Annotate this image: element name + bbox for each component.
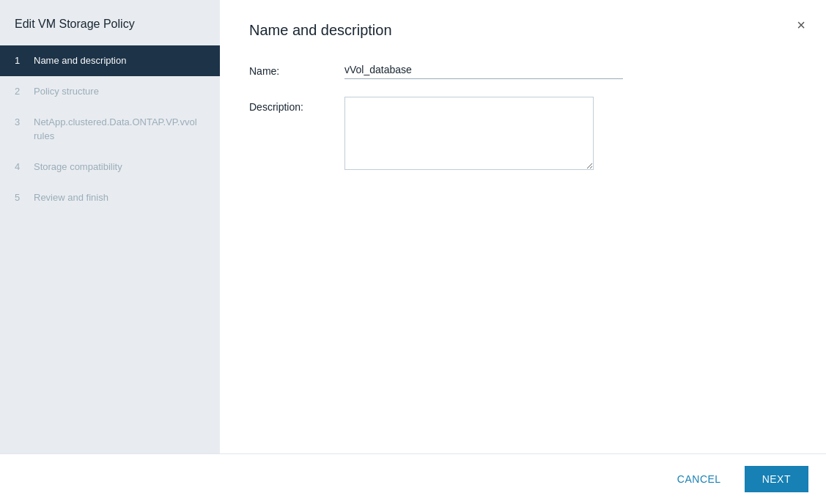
description-input-area xyxy=(344,97,623,173)
step-label-4: Storage compatibility xyxy=(34,160,122,174)
form-area: Name: Description: xyxy=(249,61,797,431)
next-button[interactable]: NEXT xyxy=(745,466,808,492)
sidebar-step-3[interactable]: 3 NetApp.clustered.Data.ONTAP.VP.vvol ru… xyxy=(0,107,220,151)
description-textarea[interactable] xyxy=(344,97,594,170)
description-row: Description: xyxy=(249,97,797,173)
step-number-2: 2 xyxy=(15,86,26,97)
sidebar-step-1[interactable]: 1 Name and description xyxy=(0,45,220,76)
name-input[interactable] xyxy=(344,61,623,79)
step-label-5: Review and finish xyxy=(34,191,108,204)
main-content: × Name and description Name: Description… xyxy=(220,0,826,453)
step-number-1: 1 xyxy=(15,55,26,66)
close-button[interactable]: × xyxy=(794,15,808,35)
dialog-body: Edit VM Storage Policy 1 Name and descri… xyxy=(0,0,826,453)
step-label-2: Policy structure xyxy=(34,85,99,98)
sidebar: Edit VM Storage Policy 1 Name and descri… xyxy=(0,0,220,453)
sidebar-step-4[interactable]: 4 Storage compatibility xyxy=(0,152,220,182)
section-title: Name and description xyxy=(249,22,797,39)
step-label-1: Name and description xyxy=(34,54,126,67)
dialog-footer: CANCEL NEXT xyxy=(0,453,826,504)
name-input-area xyxy=(344,61,623,79)
step-number-5: 5 xyxy=(15,192,26,203)
description-label: Description: xyxy=(249,97,344,113)
edit-vm-storage-policy-dialog: Edit VM Storage Policy 1 Name and descri… xyxy=(0,0,826,504)
sidebar-steps: 1 Name and description 2 Policy structur… xyxy=(0,45,220,213)
name-label: Name: xyxy=(249,61,344,77)
sidebar-title: Edit VM Storage Policy xyxy=(0,0,220,45)
sidebar-step-5[interactable]: 5 Review and finish xyxy=(0,182,220,213)
cancel-button[interactable]: CANCEL xyxy=(663,466,736,492)
step-number-4: 4 xyxy=(15,161,26,172)
name-row: Name: xyxy=(249,61,797,79)
sidebar-step-2[interactable]: 2 Policy structure xyxy=(0,76,220,107)
step-label-3: NetApp.clustered.Data.ONTAP.VP.vvol rule… xyxy=(34,116,205,142)
step-number-3: 3 xyxy=(15,116,26,127)
